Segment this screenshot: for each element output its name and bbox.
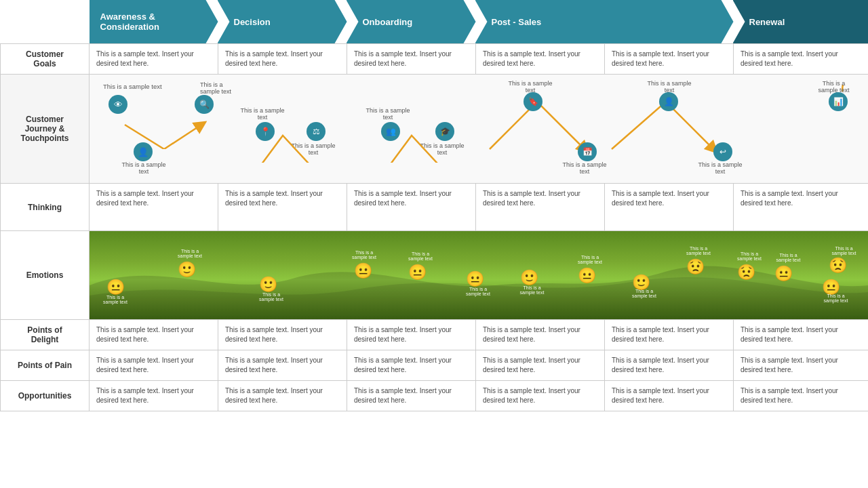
thinking-cell-6: This is a sample text. Insert your desir… (734, 184, 869, 231)
pain-cell-2: This is a sample text. Insert your desir… (218, 350, 347, 381)
emoji-label-9: This is asample text (624, 289, 665, 298)
label-opportunities: Opportunities (1, 381, 90, 411)
goals-cell-2: This is a sample text. Insert your desir… (218, 44, 347, 75)
journey-label-chart: This is asample text (812, 80, 856, 94)
touchpoint-icon-calendar: 📅 (578, 142, 597, 161)
emoji-frown-2: 😟 (686, 260, 705, 274)
emoji-neutral-5: 😟 (737, 265, 755, 280)
thinking-row: Thinking This is a sample text. Insert y… (1, 184, 869, 231)
stage-label-awareness: Awareness & Consideration (100, 12, 159, 32)
emoji-label-4: This is asample text (344, 250, 384, 260)
stage-header-awareness: Awareness & Consideration (90, 0, 218, 43)
opp-cell-2: This is a sample text. Insert your desir… (218, 381, 347, 411)
journey-label-undo: This is a sample text (696, 161, 744, 175)
emoji-label-14: This is asample text (822, 246, 866, 256)
opp-cell-3: This is a sample text. Insert your desir… (347, 381, 476, 411)
opp-cell-6: This is a sample text. Insert your desir… (734, 381, 869, 411)
opp-cell-4: This is a sample text. Insert your desir… (476, 381, 605, 411)
journey-label-1: This is a sample text (103, 83, 162, 90)
emoji-neutral-1: 😐 (106, 280, 125, 295)
journey-label-person1: This is a sample text (120, 161, 167, 175)
touchpoint-icon-person2: 👤 (659, 92, 678, 111)
delight-cell-5: This is a sample text. Insert your desir… (605, 320, 734, 350)
points-pain-row: Points of Pain This is a sample text. In… (1, 350, 869, 381)
opp-cell-1: This is a sample text. Insert your desir… (90, 381, 218, 411)
opp-cell-5: This is a sample text. Insert your desir… (605, 381, 734, 411)
emoji-smile-3: 😐 (466, 272, 484, 287)
label-journey: CustomerJourney &Touchpoints (1, 75, 90, 184)
goals-cell-3: This is a sample text. Insert your desir… (347, 44, 476, 75)
delight-cell-6: This is a sample text. Insert your desir… (734, 320, 869, 350)
pain-cell-5: This is a sample text. Insert your desir… (605, 350, 734, 381)
goals-cell-6: This is a sample text. Insert your desir… (734, 44, 869, 75)
touchpoint-icon-chart: 📊 (829, 92, 848, 111)
stage-label-decision: Decision (234, 17, 271, 27)
delight-cell-1: This is a sample text. Insert your desir… (90, 320, 218, 350)
touchpoint-icon-person1: 👤 (134, 142, 153, 161)
touchpoint-icon-bookmark: 🔖 (524, 92, 542, 111)
stage-header-postsales: Post - Sales (475, 0, 734, 43)
label-points-pain: Points of Pain (1, 350, 90, 381)
emoji-neutral-3: 😐 (408, 265, 427, 280)
journey-visualization: This is a sample text 👁 🔍 This is asampl… (90, 75, 869, 184)
emoji-label-3: This is asample text (251, 292, 292, 302)
thinking-cell-5: This is a sample text. Insert your desir… (605, 184, 734, 231)
journey-arrow-2 (218, 115, 347, 163)
emoji-smile-1: 🙂 (178, 262, 196, 277)
journey-label-search: This is asample text (200, 81, 241, 95)
delight-cell-2: This is a sample text. Insert your desir… (218, 320, 347, 350)
thinking-cell-1: This is a sample text. Insert your desir… (90, 184, 218, 231)
emoji-label-6: This is asample text (458, 287, 498, 296)
emotions-row: Emotions 😐 This is asample text 🙂 This i… (1, 231, 869, 320)
emotions-visualization: 😐 This is asample text 🙂 This is asample… (90, 231, 869, 320)
emoji-frown-1: 😐 (578, 268, 596, 283)
goals-cell-4: This is a sample text. Insert your desir… (476, 44, 605, 75)
emoji-frown-4: 😟 (829, 258, 847, 273)
emoji-smile-4: 🙂 (632, 275, 650, 290)
emoji-label-11: This is asample text (729, 251, 770, 261)
goals-cell-5: This is a sample text. Insert your desir… (605, 44, 734, 75)
emoji-label-2: This is asample text (170, 249, 210, 258)
emoji-neutral-4: 🙂 (520, 270, 538, 285)
emoji-label-7: This is asample text (510, 285, 554, 295)
opportunities-row: Opportunities This is a sample text. Ins… (1, 381, 869, 411)
journey-arrow-3 (347, 115, 476, 163)
label-customer-goals: CustomerGoals (1, 44, 90, 75)
emoji-neutral-6: 😐 (774, 266, 793, 281)
stage-label-postsales: Post - Sales (492, 17, 542, 27)
journey-label-calendar: This is a sample text (561, 161, 608, 175)
label-points-delight: Points ofDelight (1, 320, 90, 350)
pain-cell-1: This is a sample text. Insert your desir… (90, 350, 218, 381)
delight-cell-3: This is a sample text. Insert your desir… (347, 320, 476, 350)
label-thinking: Thinking (1, 184, 90, 231)
stage-header-onboarding: Onboarding (347, 0, 476, 43)
stage-label-renewal: Renewal (749, 17, 785, 27)
pain-cell-3: This is a sample text. Insert your desir… (347, 350, 476, 381)
emoji-label-8: This is asample text (570, 255, 610, 264)
emoji-neutral-2: 🙂 (259, 277, 277, 292)
touchpoint-icon-undo: ↩ (713, 142, 732, 161)
thinking-cell-4: This is a sample text. Insert your desir… (476, 184, 605, 231)
thinking-cell-2: This is a sample text. Insert your desir… (218, 184, 347, 231)
journey-label-person2: This is a sample text (646, 80, 693, 94)
journey-row: CustomerJourney &Touchpoints This is a s… (1, 75, 869, 184)
stage-header-renewal: Renewal (733, 0, 869, 43)
emoji-label-1: This is asample text (95, 295, 136, 304)
goals-cell-1: This is a sample text. Insert your desir… (90, 44, 218, 75)
emoji-label-13: This is asample text (814, 293, 858, 303)
touchpoint-icon-search: 🔍 (195, 95, 214, 114)
header-row: Awareness & Consideration Decision Onboa… (1, 0, 869, 44)
emoji-label-5: This is asample text (400, 251, 441, 261)
pain-cell-6: This is a sample text. Insert your desir… (734, 350, 869, 381)
emoji-frown-3: 😐 (822, 280, 840, 295)
label-emotions: Emotions (1, 231, 90, 320)
pain-cell-4: This is a sample text. Insert your desir… (476, 350, 605, 381)
delight-cell-4: This is a sample text. Insert your desir… (476, 320, 605, 350)
points-delight-row: Points ofDelight This is a sample text. … (1, 320, 869, 350)
journey-label-bookmark: This is a sample text (507, 80, 554, 94)
emoji-label-10: This is asample text (678, 246, 719, 256)
stage-header-decision: Decision (218, 0, 347, 43)
stage-label-onboarding: Onboarding (363, 17, 413, 27)
customer-goals-row: CustomerGoals This is a sample text. Ins… (1, 44, 869, 75)
emoji-label-12: This is asample text (766, 253, 810, 262)
